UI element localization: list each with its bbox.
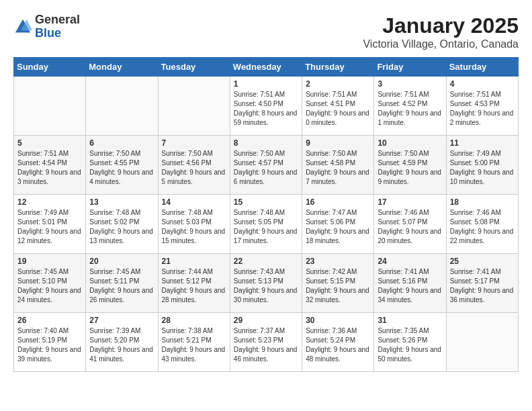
calendar-cell: 21Sunrise: 7:44 AM Sunset: 5:12 PM Dayli… [158, 254, 230, 313]
day-info: Sunrise: 7:39 AM Sunset: 5:20 PM Dayligh… [89, 326, 154, 364]
day-info: Sunrise: 7:50 AM Sunset: 4:56 PM Dayligh… [162, 149, 226, 187]
day-number: 27 [89, 316, 154, 325]
calendar-cell: 22Sunrise: 7:43 AM Sunset: 5:13 PM Dayli… [230, 254, 302, 313]
day-info: Sunrise: 7:46 AM Sunset: 5:07 PM Dayligh… [378, 208, 442, 246]
day-info: Sunrise: 7:51 AM Sunset: 4:50 PM Dayligh… [234, 90, 298, 128]
calendar-cell: 28Sunrise: 7:38 AM Sunset: 5:21 PM Dayli… [158, 313, 230, 372]
logo-general: General [35, 13, 80, 26]
calendar-cell: 15Sunrise: 7:48 AM Sunset: 5:05 PM Dayli… [230, 195, 302, 254]
calendar-cell: 7Sunrise: 7:50 AM Sunset: 4:56 PM Daylig… [158, 136, 230, 195]
calendar-cell: 30Sunrise: 7:36 AM Sunset: 5:24 PM Dayli… [302, 313, 374, 372]
day-info: Sunrise: 7:47 AM Sunset: 5:06 PM Dayligh… [306, 208, 370, 246]
calendar-cell: 25Sunrise: 7:41 AM Sunset: 5:17 PM Dayli… [446, 254, 518, 313]
day-info: Sunrise: 7:48 AM Sunset: 5:02 PM Dayligh… [89, 208, 154, 246]
day-number: 25 [450, 257, 515, 266]
day-number: 23 [306, 257, 370, 266]
calendar-cell: 24Sunrise: 7:41 AM Sunset: 5:16 PM Dayli… [374, 254, 446, 313]
day-info: Sunrise: 7:50 AM Sunset: 4:55 PM Dayligh… [89, 149, 154, 187]
col-friday: Friday [374, 58, 446, 77]
calendar-cell: 2Sunrise: 7:51 AM Sunset: 4:51 PM Daylig… [302, 77, 374, 136]
col-monday: Monday [86, 58, 158, 77]
calendar-cell: 4Sunrise: 7:51 AM Sunset: 4:53 PM Daylig… [446, 77, 518, 136]
calendar-cell: 1Sunrise: 7:51 AM Sunset: 4:50 PM Daylig… [230, 77, 302, 136]
calendar-cell: 29Sunrise: 7:37 AM Sunset: 5:23 PM Dayli… [230, 313, 302, 372]
day-info: Sunrise: 7:43 AM Sunset: 5:13 PM Dayligh… [234, 267, 298, 305]
calendar-week-4: 19Sunrise: 7:45 AM Sunset: 5:10 PM Dayli… [14, 254, 519, 313]
logo-icon [13, 17, 32, 36]
day-number: 24 [378, 257, 442, 266]
day-number: 19 [17, 257, 82, 266]
day-number: 31 [378, 316, 442, 325]
col-wednesday: Wednesday [230, 58, 302, 77]
day-number: 4 [450, 79, 515, 89]
calendar-title: January 2025 [363, 13, 519, 38]
day-number: 30 [306, 316, 370, 325]
day-number: 29 [234, 316, 298, 325]
calendar-cell: 27Sunrise: 7:39 AM Sunset: 5:20 PM Dayli… [86, 313, 158, 372]
day-info: Sunrise: 7:51 AM Sunset: 4:54 PM Dayligh… [17, 149, 82, 187]
calendar-cell: 12Sunrise: 7:49 AM Sunset: 5:01 PM Dayli… [14, 195, 86, 254]
day-number: 10 [378, 138, 442, 148]
calendar-week-2: 5Sunrise: 7:51 AM Sunset: 4:54 PM Daylig… [14, 136, 519, 195]
day-number: 20 [89, 257, 154, 266]
title-block: January 2025 Victoria Village, Ontario, … [363, 13, 519, 50]
calendar-cell: 3Sunrise: 7:51 AM Sunset: 4:52 PM Daylig… [374, 77, 446, 136]
day-number: 3 [378, 79, 442, 89]
calendar-cell: 17Sunrise: 7:46 AM Sunset: 5:07 PM Dayli… [374, 195, 446, 254]
calendar-cell: 26Sunrise: 7:40 AM Sunset: 5:19 PM Dayli… [14, 313, 86, 372]
calendar-cell: 11Sunrise: 7:49 AM Sunset: 5:00 PM Dayli… [446, 136, 518, 195]
day-info: Sunrise: 7:51 AM Sunset: 4:51 PM Dayligh… [306, 90, 370, 128]
calendar-cell: 13Sunrise: 7:48 AM Sunset: 5:02 PM Dayli… [86, 195, 158, 254]
calendar-table: Sunday Monday Tuesday Wednesday Thursday… [13, 57, 519, 372]
day-info: Sunrise: 7:35 AM Sunset: 5:26 PM Dayligh… [378, 326, 442, 364]
day-info: Sunrise: 7:49 AM Sunset: 5:00 PM Dayligh… [450, 149, 515, 187]
day-number: 22 [234, 257, 298, 266]
day-number: 12 [17, 197, 82, 207]
day-info: Sunrise: 7:42 AM Sunset: 5:15 PM Dayligh… [306, 267, 370, 305]
logo-text: General Blue [35, 13, 80, 40]
day-info: Sunrise: 7:37 AM Sunset: 5:23 PM Dayligh… [234, 326, 298, 364]
col-sunday: Sunday [14, 58, 86, 77]
calendar-cell [446, 313, 518, 372]
calendar-cell: 10Sunrise: 7:50 AM Sunset: 4:59 PM Dayli… [374, 136, 446, 195]
col-tuesday: Tuesday [158, 58, 230, 77]
calendar-cell: 16Sunrise: 7:47 AM Sunset: 5:06 PM Dayli… [302, 195, 374, 254]
day-info: Sunrise: 7:44 AM Sunset: 5:12 PM Dayligh… [162, 267, 226, 305]
header-row: Sunday Monday Tuesday Wednesday Thursday… [14, 58, 519, 77]
day-info: Sunrise: 7:48 AM Sunset: 5:05 PM Dayligh… [234, 208, 298, 246]
calendar-cell: 14Sunrise: 7:48 AM Sunset: 5:03 PM Dayli… [158, 195, 230, 254]
day-info: Sunrise: 7:45 AM Sunset: 5:11 PM Dayligh… [89, 267, 154, 305]
calendar-cell [14, 77, 86, 136]
day-number: 11 [450, 138, 515, 148]
calendar-cell: 31Sunrise: 7:35 AM Sunset: 5:26 PM Dayli… [374, 313, 446, 372]
calendar-cell: 18Sunrise: 7:46 AM Sunset: 5:08 PM Dayli… [446, 195, 518, 254]
day-number: 15 [234, 197, 298, 207]
day-number: 5 [17, 138, 82, 148]
day-number: 17 [378, 197, 442, 207]
day-number: 14 [162, 197, 226, 207]
calendar-cell: 23Sunrise: 7:42 AM Sunset: 5:15 PM Dayli… [302, 254, 374, 313]
day-info: Sunrise: 7:50 AM Sunset: 4:57 PM Dayligh… [234, 149, 298, 187]
calendar-cell: 5Sunrise: 7:51 AM Sunset: 4:54 PM Daylig… [14, 136, 86, 195]
calendar-cell: 8Sunrise: 7:50 AM Sunset: 4:57 PM Daylig… [230, 136, 302, 195]
day-number: 8 [234, 138, 298, 148]
calendar-cell: 6Sunrise: 7:50 AM Sunset: 4:55 PM Daylig… [86, 136, 158, 195]
calendar-week-5: 26Sunrise: 7:40 AM Sunset: 5:19 PM Dayli… [14, 313, 519, 372]
day-info: Sunrise: 7:48 AM Sunset: 5:03 PM Dayligh… [162, 208, 226, 246]
day-number: 16 [306, 197, 370, 207]
logo: General Blue [13, 13, 80, 40]
day-info: Sunrise: 7:46 AM Sunset: 5:08 PM Dayligh… [450, 208, 515, 246]
calendar-cell: 9Sunrise: 7:50 AM Sunset: 4:58 PM Daylig… [302, 136, 374, 195]
day-info: Sunrise: 7:50 AM Sunset: 4:59 PM Dayligh… [378, 149, 442, 187]
col-thursday: Thursday [302, 58, 374, 77]
day-number: 9 [306, 138, 370, 148]
col-saturday: Saturday [446, 58, 518, 77]
calendar-cell [158, 77, 230, 136]
day-info: Sunrise: 7:49 AM Sunset: 5:01 PM Dayligh… [17, 208, 82, 246]
calendar-week-1: 1Sunrise: 7:51 AM Sunset: 4:50 PM Daylig… [14, 77, 519, 136]
day-number: 6 [89, 138, 154, 148]
day-info: Sunrise: 7:41 AM Sunset: 5:16 PM Dayligh… [378, 267, 442, 305]
day-info: Sunrise: 7:38 AM Sunset: 5:21 PM Dayligh… [162, 326, 226, 364]
calendar-subtitle: Victoria Village, Ontario, Canada [363, 38, 519, 50]
day-info: Sunrise: 7:41 AM Sunset: 5:17 PM Dayligh… [450, 267, 515, 305]
